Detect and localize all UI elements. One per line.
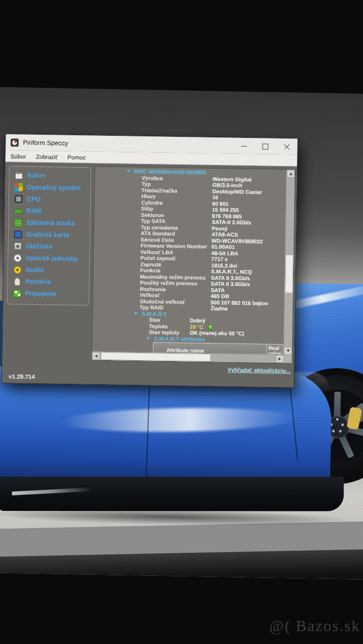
speccy-logo-icon bbox=[11, 138, 19, 147]
horizontal-scroll-thumb[interactable] bbox=[100, 352, 210, 362]
maximize-icon bbox=[262, 143, 268, 149]
maximize-button[interactable] bbox=[254, 138, 275, 155]
window-title: Piriform Speccy bbox=[23, 139, 68, 147]
summary-icon bbox=[15, 171, 23, 179]
sidebar-item-audio[interactable]: Audio bbox=[8, 264, 89, 276]
sidebar-item-summary[interactable]: Súhrn bbox=[10, 169, 91, 182]
car-rocker-panel bbox=[0, 477, 344, 511]
menu-file[interactable]: Súbor bbox=[5, 153, 31, 160]
scroll-down-button[interactable] bbox=[284, 347, 292, 355]
close-icon bbox=[284, 144, 289, 150]
sidebar-item-ram[interactable]: RAM bbox=[9, 204, 90, 217]
sidebar-item-peripherals[interactable]: Periférie bbox=[8, 275, 89, 288]
scroll-right-icon bbox=[278, 357, 282, 361]
scroll-up-icon bbox=[289, 171, 292, 175]
network-icon bbox=[13, 289, 21, 297]
menu-view[interactable]: Zobraziť bbox=[31, 153, 63, 160]
graphics-icon bbox=[14, 230, 22, 238]
client-area: Súhrn Operačný systém CPU RAM Základná d… bbox=[2, 162, 297, 387]
collapse-icon[interactable] bbox=[134, 312, 137, 316]
sidebar-item-cpu[interactable]: CPU bbox=[9, 193, 90, 206]
collapse-icon[interactable] bbox=[127, 170, 130, 174]
sidebar-item-os[interactable]: Operačný systém bbox=[9, 181, 90, 194]
speccy-window: Piriform Speccy Súbor Zobraziť Pomoc Súh… bbox=[2, 134, 298, 388]
scroll-left-button[interactable] bbox=[92, 352, 100, 360]
lug-nut bbox=[339, 430, 342, 433]
close-button[interactable] bbox=[275, 138, 297, 155]
ram-icon bbox=[14, 209, 23, 214]
storage-detail-panel: WDC WD5000AADS-00S9B0 VýrobcaWestern Dig… bbox=[91, 166, 295, 364]
sidebar-item-network[interactable]: Pripojenie bbox=[8, 287, 89, 300]
sidebar-item-storage[interactable]: Úložisko bbox=[9, 240, 90, 253]
scroll-left-icon bbox=[93, 354, 97, 357]
storage-icon bbox=[14, 242, 22, 250]
lug-nut bbox=[342, 423, 344, 426]
status-ok-icon bbox=[208, 324, 213, 329]
audio-icon bbox=[13, 266, 21, 274]
sidebar-item-motherboard[interactable]: Základná doska bbox=[9, 216, 90, 229]
scroll-right-button[interactable] bbox=[275, 355, 284, 363]
cpu-icon bbox=[14, 195, 23, 203]
scrollbar-corner bbox=[284, 355, 292, 363]
peripherals-icon bbox=[14, 277, 20, 286]
lug-nut bbox=[336, 418, 339, 421]
optical-icon bbox=[13, 254, 21, 262]
temperature-value: 28 °C bbox=[190, 324, 203, 330]
vertical-scroll-thumb[interactable] bbox=[285, 254, 293, 293]
scroll-down-icon bbox=[286, 349, 289, 354]
detail-rows: WDC WD5000AADS-00S9B0 VýrobcaWestern Dig… bbox=[93, 168, 286, 355]
collapse-icon[interactable] bbox=[147, 337, 150, 341]
os-icon bbox=[14, 182, 23, 191]
check-updates-link[interactable]: Vyhľadať aktualizáciu... bbox=[228, 367, 291, 374]
sidebar-item-graphics[interactable]: Grafická karta bbox=[9, 228, 90, 241]
sidebar-item-optical[interactable]: Optické jednotky bbox=[8, 252, 89, 265]
motherboard-icon bbox=[14, 218, 22, 226]
minimize-icon bbox=[241, 145, 246, 146]
column-header-real-value[interactable]: Real value bbox=[266, 345, 283, 354]
version-label: v1.29.714 bbox=[9, 373, 35, 380]
lug-nut bbox=[332, 430, 335, 433]
minimize-button[interactable] bbox=[233, 138, 254, 155]
menu-help[interactable]: Pomoc bbox=[62, 153, 90, 160]
sidebar: Súhrn Operačný systém CPU RAM Základná d… bbox=[7, 166, 91, 305]
scroll-up-button[interactable] bbox=[287, 170, 295, 178]
watermark-text: @( Bazos.sk bbox=[269, 617, 360, 635]
